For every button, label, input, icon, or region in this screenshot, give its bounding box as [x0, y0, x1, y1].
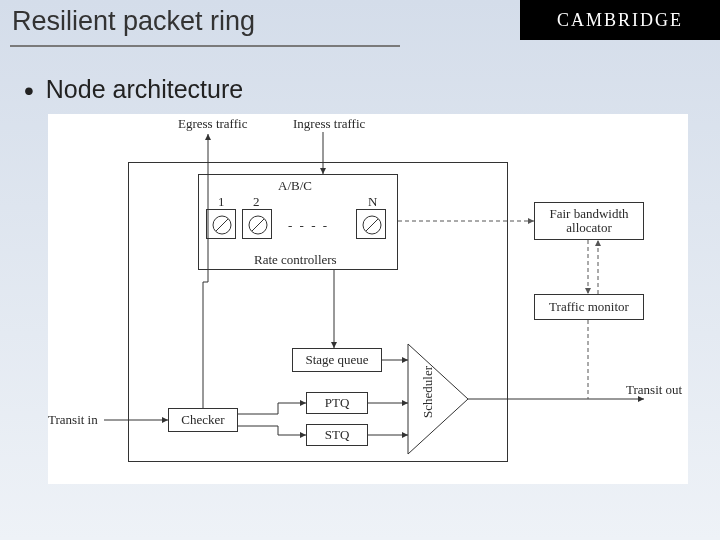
stq-box: STQ: [306, 424, 368, 446]
rc-box-2: [242, 209, 272, 239]
label-transit-in: Transit in: [48, 412, 98, 428]
stq-text: STQ: [325, 427, 350, 443]
bullet-text: Node architecture: [46, 75, 243, 103]
bullet-item: •Node architecture: [0, 47, 720, 114]
fair-bandwidth-box: Fair bandwidth allocator: [534, 202, 644, 240]
label-transit-out: Transit out: [626, 382, 682, 398]
label-ingress: Ingress traffic: [293, 116, 365, 132]
logo-text: CAMBRIDGE: [557, 10, 683, 31]
svg-line-3: [252, 219, 264, 231]
label-egress: Egress traffic: [178, 116, 247, 132]
rc-box-1: [206, 209, 236, 239]
rc-box-n: [356, 209, 386, 239]
label-rate-controllers: Rate controllers: [254, 252, 337, 268]
stage-queue-box: Stage queue: [292, 348, 382, 372]
label-rc-n: N: [368, 194, 377, 210]
checker-box: Checker: [168, 408, 238, 432]
logo-cambridge: CAMBRIDGE: [520, 0, 720, 40]
svg-line-5: [366, 219, 378, 231]
traffic-monitor-text: Traffic monitor: [549, 299, 629, 315]
stage-queue-text: Stage queue: [305, 352, 368, 368]
label-abc: A/B/C: [278, 178, 312, 194]
rc-circle-icon: [207, 210, 237, 240]
fair-bandwidth-text: Fair bandwidth allocator: [537, 207, 641, 236]
bullet-dot-icon: •: [24, 75, 34, 106]
diagram-container: Egress traffic Ingress traffic A/B/C 1 2…: [48, 114, 688, 484]
rc-circle-icon: [243, 210, 273, 240]
rc-circle-icon: [357, 210, 387, 240]
ptq-text: PTQ: [325, 395, 350, 411]
page-title: Resilient packet ring: [0, 0, 520, 45]
label-rc-1: 1: [218, 194, 225, 210]
label-rc-dots: - - - -: [288, 218, 329, 234]
traffic-monitor-box: Traffic monitor: [534, 294, 644, 320]
label-rc-2: 2: [253, 194, 260, 210]
label-scheduler: Scheduler: [420, 366, 436, 418]
checker-text: Checker: [181, 412, 224, 428]
ptq-box: PTQ: [306, 392, 368, 414]
svg-line-1: [216, 219, 228, 231]
